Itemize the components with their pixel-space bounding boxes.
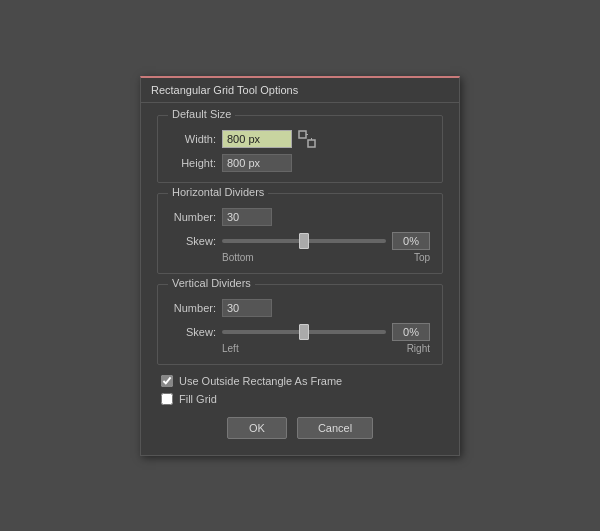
- height-input[interactable]: [222, 154, 292, 172]
- h-skew-min: Bottom: [222, 252, 254, 263]
- cancel-button[interactable]: Cancel: [297, 417, 373, 439]
- h-skew-row: Skew:: [170, 232, 430, 250]
- v-skew-labels: Left Right: [170, 343, 430, 354]
- h-number-input[interactable]: [222, 208, 272, 226]
- dialog-title: Rectangular Grid Tool Options: [141, 78, 459, 103]
- h-number-row: Number:: [170, 208, 430, 226]
- horizontal-dividers-section: Horizontal Dividers Number: Skew: Bottom…: [157, 193, 443, 274]
- vertical-dividers-title: Vertical Dividers: [168, 277, 255, 289]
- h-skew-labels: Bottom Top: [170, 252, 430, 263]
- height-row: Height:: [170, 154, 430, 172]
- default-size-section: Default Size Width: Height:: [157, 115, 443, 183]
- fill-grid-label: Fill Grid: [179, 393, 217, 405]
- h-skew-percent[interactable]: [392, 232, 430, 250]
- svg-rect-0: [299, 131, 306, 138]
- v-number-label: Number:: [170, 302, 222, 314]
- h-skew-label: Skew:: [170, 235, 222, 247]
- fill-grid-checkbox[interactable]: [161, 393, 173, 405]
- use-outside-label: Use Outside Rectangle As Frame: [179, 375, 342, 387]
- v-skew-slider[interactable]: [222, 330, 386, 334]
- height-label: Height:: [170, 157, 222, 169]
- v-skew-row: Skew:: [170, 323, 430, 341]
- fill-grid-row: Fill Grid: [157, 393, 443, 405]
- v-skew-label: Skew:: [170, 326, 222, 338]
- h-skew-slider[interactable]: [222, 239, 386, 243]
- width-label: Width:: [170, 133, 222, 145]
- v-number-input[interactable]: [222, 299, 272, 317]
- horizontal-dividers-title: Horizontal Dividers: [168, 186, 268, 198]
- dialog-body: Default Size Width: Height:: [141, 103, 459, 455]
- default-size-title: Default Size: [168, 108, 235, 120]
- resize-icon: [298, 130, 316, 148]
- width-input[interactable]: [222, 130, 292, 148]
- h-number-label: Number:: [170, 211, 222, 223]
- v-slider-container: [222, 324, 386, 340]
- vertical-dividers-section: Vertical Dividers Number: Skew: Left Rig…: [157, 284, 443, 365]
- h-skew-max: Top: [414, 252, 430, 263]
- h-slider-container: [222, 233, 386, 249]
- use-outside-checkbox[interactable]: [161, 375, 173, 387]
- width-row: Width:: [170, 130, 430, 148]
- dialog-window: Rectangular Grid Tool Options Default Si…: [140, 76, 460, 456]
- v-number-row: Number:: [170, 299, 430, 317]
- v-skew-min: Left: [222, 343, 239, 354]
- checkboxes-section: Use Outside Rectangle As Frame Fill Grid: [157, 375, 443, 405]
- svg-rect-1: [308, 140, 315, 147]
- use-outside-row: Use Outside Rectangle As Frame: [157, 375, 443, 387]
- v-skew-percent[interactable]: [392, 323, 430, 341]
- v-skew-max: Right: [407, 343, 430, 354]
- ok-button[interactable]: OK: [227, 417, 287, 439]
- button-row: OK Cancel: [157, 417, 443, 443]
